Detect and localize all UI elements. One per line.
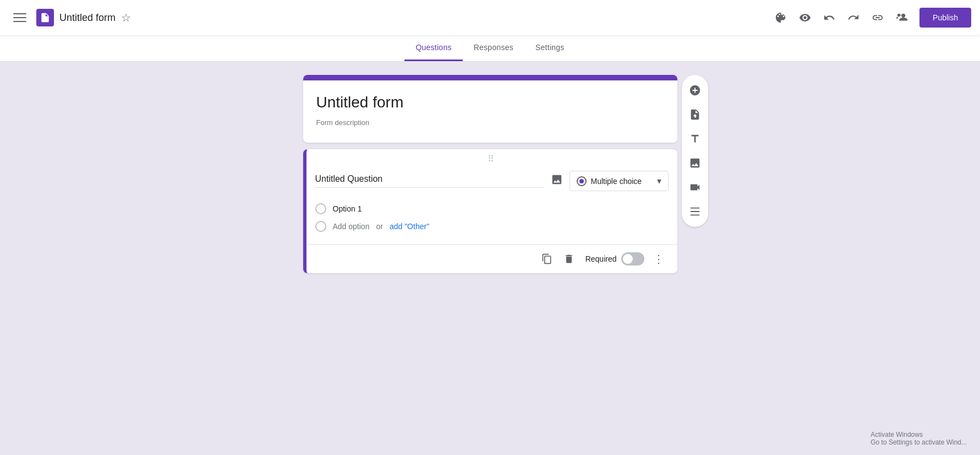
chevron-down-icon: ▾ <box>657 176 661 186</box>
tab-settings[interactable]: Settings <box>524 35 576 61</box>
windows-activation: Activate Windows Go to Settings to activ… <box>870 431 967 446</box>
options-section: Option 1 Add option or add "Other" <box>306 200 677 244</box>
main-content: ⠿ Multiple choice ▾ <box>0 62 980 455</box>
form-description-input[interactable] <box>316 118 664 127</box>
toggle-slider <box>621 252 644 266</box>
share-button[interactable] <box>891 7 913 29</box>
form-container: ⠿ Multiple choice ▾ <box>303 75 677 442</box>
menu-button[interactable] <box>9 7 31 29</box>
question-type-label: Multiple choice <box>591 177 653 186</box>
star-icon[interactable]: ☆ <box>121 11 131 24</box>
radio-icon <box>577 176 587 186</box>
add-image-button[interactable] <box>684 152 706 174</box>
palette-button[interactable] <box>770 7 792 29</box>
tab-questions[interactable]: Questions <box>404 35 462 61</box>
add-other-link[interactable]: add "Other" <box>390 222 429 231</box>
windows-line1: Activate Windows <box>870 431 967 438</box>
question-card: ⠿ Multiple choice ▾ <box>303 149 677 273</box>
svg-rect-0 <box>43 18 47 19</box>
required-toggle[interactable] <box>621 252 644 266</box>
undo-button[interactable] <box>818 7 840 29</box>
app-header: Untitled form ☆ <box>0 0 980 35</box>
form-title-input[interactable] <box>316 94 664 114</box>
add-video-button[interactable] <box>684 176 706 198</box>
option-row: Option 1 <box>315 200 669 218</box>
more-options-button[interactable]: ⋮ <box>649 249 669 269</box>
header-left: Untitled form ☆ <box>9 7 770 29</box>
add-option-separator: or <box>376 222 382 231</box>
app-logo <box>36 9 54 26</box>
add-section-button[interactable] <box>684 201 706 223</box>
question-type-dropdown[interactable]: Multiple choice ▾ <box>570 171 669 191</box>
tabs-bar: Questions Responses Settings <box>0 35 980 62</box>
question-footer: Required ⋮ <box>306 244 677 273</box>
redo-button[interactable] <box>842 7 864 29</box>
add-image-to-question-button[interactable] <box>551 174 563 188</box>
copy-question-button[interactable] <box>537 249 557 269</box>
windows-line2: Go to Settings to activate Wind... <box>870 438 967 446</box>
delete-question-button[interactable] <box>559 249 579 269</box>
form-header-content <box>303 80 677 143</box>
form-header-card <box>303 75 677 143</box>
add-question-button[interactable] <box>684 79 706 101</box>
hamburger-icon <box>13 11 26 24</box>
link-button[interactable] <box>867 7 889 29</box>
header-right: Publish <box>770 7 971 29</box>
right-sidebar <box>682 75 708 227</box>
question-input-wrap <box>315 174 544 188</box>
import-questions-button[interactable] <box>684 104 706 126</box>
option-1-text: Option 1 <box>333 204 362 213</box>
add-option-text[interactable]: Add option <box>333 222 370 231</box>
question-title-input[interactable] <box>315 174 544 188</box>
svg-rect-1 <box>43 19 46 20</box>
add-title-button[interactable] <box>684 128 706 150</box>
add-option-circle <box>315 221 326 232</box>
publish-button[interactable]: Publish <box>919 8 971 28</box>
option-radio-circle <box>315 203 326 214</box>
question-top-row: Multiple choice ▾ <box>306 166 677 200</box>
form-title: Untitled form <box>59 12 116 24</box>
drag-handle[interactable]: ⠿ <box>306 149 677 166</box>
preview-button[interactable] <box>794 7 816 29</box>
required-label: Required <box>585 254 617 263</box>
tab-responses[interactable]: Responses <box>463 35 524 61</box>
add-option-row: Add option or add "Other" <box>315 218 669 235</box>
